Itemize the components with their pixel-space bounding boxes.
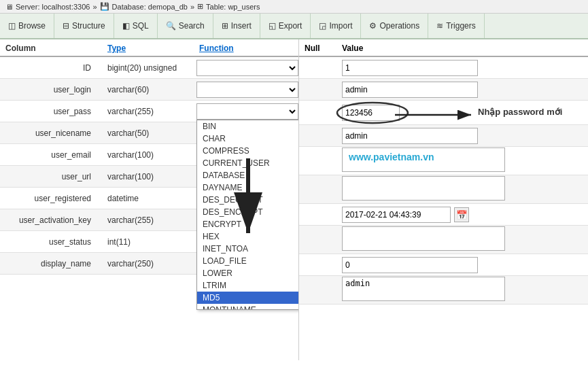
row-user-status-input[interactable]	[342, 257, 478, 273]
row-user-activation-key-column: user_activation_key	[0, 214, 102, 226]
dropdown-item-md5[interactable]: MD5	[197, 292, 299, 304]
database-label: Database: demopa_db	[112, 3, 188, 11]
calendar-button[interactable]: 📅	[454, 207, 469, 222]
dropdown-item-encrypt[interactable]: ENCRYPT	[197, 218, 299, 230]
dropdown-item-lower[interactable]: LOWER	[197, 267, 299, 279]
import-icon: ◲	[319, 21, 326, 31]
dropdown-item-ltrim[interactable]: LTRIM	[197, 279, 299, 292]
insert-icon: ⊞	[222, 21, 228, 31]
title-bar: 🖥 Server: localhost:3306 » 💾 Database: d…	[0, 0, 588, 14]
row-id-column: ID	[0, 62, 102, 74]
browse-icon: ◫	[8, 21, 16, 31]
row-user-pass-input[interactable]	[342, 105, 400, 121]
annotation-arrow	[395, 108, 477, 122]
sql-icon: ◧	[122, 21, 130, 31]
row-user-pass-func-select[interactable]	[196, 103, 298, 120]
toolbar: ◫ Browse ⊟ Structure ◧ SQL 🔍 Search ⊞ In…	[0, 14, 588, 39]
dropdown-item-monthname[interactable]: MONTHNAME	[197, 304, 299, 310]
row-user-status-column: user_status	[0, 236, 102, 248]
triggers-button[interactable]: ≋ Triggers	[428, 14, 485, 38]
dropdown-item-char[interactable]: CHAR	[197, 133, 299, 145]
row-user-login-func	[194, 80, 299, 99]
row-id-value	[342, 60, 588, 76]
row-user-pass-value: Nhập password mới	[342, 105, 588, 121]
row-user-pass-column: user_pass	[0, 105, 102, 118]
row-user-email-type: varchar(100)	[102, 149, 194, 161]
row-user-registered-column: user_registered	[0, 192, 102, 205]
row-user-login-func-select[interactable]	[196, 82, 298, 98]
row-user-nicename-input[interactable]	[342, 128, 478, 144]
row-user-url-type: varchar(100)	[102, 171, 194, 183]
type-header: Type	[102, 42, 194, 54]
row-user-pass-func: BIN CHAR COMPRESS CURRENT_USER DATABASE …	[194, 102, 299, 121]
table-label: Table: wp_users	[206, 3, 260, 11]
row-id-func-select[interactable]	[196, 60, 298, 76]
operations-button[interactable]: ⚙ Operations	[361, 14, 428, 38]
dropdown-item-bin[interactable]: BIN	[197, 120, 299, 133]
column-header: Column	[0, 42, 102, 54]
row-display-name-column: display_name	[0, 258, 102, 270]
row-user-nicename-value	[342, 128, 588, 144]
row-user-status-value	[342, 257, 588, 273]
row-user-email-column: user_email	[0, 149, 102, 161]
search-icon: 🔍	[166, 21, 176, 31]
row-user-registered-value: 📅	[342, 207, 588, 223]
dropdown-item-compress[interactable]: COMPRESS	[197, 145, 299, 157]
dropdown-item-des-decrypt[interactable]: DES_DECRYPT	[197, 194, 299, 206]
value-header: Value	[342, 42, 588, 54]
annotation-text: Nhập password mới	[478, 107, 562, 117]
operations-icon: ⚙	[369, 21, 377, 31]
row-user-login-column: user_login	[0, 84, 102, 96]
dropdown-item-des-encrypt[interactable]: DES_ENCRYPT	[197, 206, 299, 218]
export-button[interactable]: ◱ Export	[260, 14, 311, 38]
sql-button[interactable]: ◧ SQL	[114, 14, 158, 38]
row-display-name-input[interactable]: admin	[342, 277, 505, 301]
insert-button[interactable]: ⊞ Insert	[213, 14, 260, 38]
dropdown-item-dayname[interactable]: DAYNAME	[197, 181, 299, 194]
structure-icon: ⊟	[63, 21, 69, 31]
row-user-login-input[interactable]	[342, 82, 478, 98]
dropdown-item-current-user[interactable]: CURRENT_USER	[197, 157, 299, 169]
row-display-name-value: admin	[342, 277, 588, 303]
row-user-nicename-type: varchar(50)	[102, 127, 194, 139]
row-user-email-value: www.pavietnam.vn	[342, 147, 588, 174]
server-label: Server: localhost:3306	[16, 3, 90, 11]
row-user-pass-type: varchar(255)	[102, 105, 194, 118]
row-user-registered-type: datetime	[102, 192, 194, 205]
row-user-url-value	[342, 176, 588, 203]
import-button[interactable]: ◲ Import	[311, 14, 361, 38]
null-header: Null	[305, 42, 342, 54]
dropdown-item-database[interactable]: DATABASE	[197, 169, 299, 181]
export-icon: ◱	[269, 21, 276, 31]
row-user-activation-key-type: varchar(255)	[102, 214, 194, 226]
row-user-nicename-column: user_nicename	[0, 127, 102, 139]
row-user-registered-input[interactable]	[342, 207, 451, 223]
structure-button[interactable]: ⊟ Structure	[54, 14, 114, 38]
table-icon: ⊞	[197, 2, 203, 11]
row-user-url-column: user_url	[0, 171, 102, 183]
sep2: »	[190, 3, 194, 11]
row-user-status-type: int(11)	[102, 236, 194, 248]
row-user-email-input[interactable]	[342, 147, 505, 172]
row-user-activation-key-input[interactable]	[342, 226, 505, 251]
dropdown-item-inet-ntoa[interactable]: INET_NTOA	[197, 243, 299, 255]
function-header: Function	[194, 42, 299, 54]
row-id-type: bigint(20) unsigned	[102, 62, 194, 74]
row-user-activation-key-value	[342, 226, 588, 253]
triggers-icon: ≋	[436, 21, 443, 31]
sep1: »	[92, 3, 97, 11]
search-button[interactable]: 🔍 Search	[158, 14, 213, 38]
dropdown-item-load-file[interactable]: LOAD_FILE	[197, 255, 299, 267]
row-id-func	[194, 58, 299, 77]
function-dropdown-list[interactable]: BIN CHAR COMPRESS CURRENT_USER DATABASE …	[196, 120, 299, 310]
row-user-url-input[interactable]	[342, 176, 505, 201]
row-user-login-value	[342, 82, 588, 98]
row-user-login-type: varchar(60)	[102, 84, 194, 96]
row-display-name-type: varchar(250)	[102, 258, 194, 270]
server-icon: 🖥	[5, 3, 13, 11]
row-id-input[interactable]	[342, 60, 478, 76]
dropdown-item-hex[interactable]: HEX	[197, 230, 299, 243]
browse-button[interactable]: ◫ Browse	[0, 14, 54, 38]
database-icon: 💾	[100, 2, 109, 11]
